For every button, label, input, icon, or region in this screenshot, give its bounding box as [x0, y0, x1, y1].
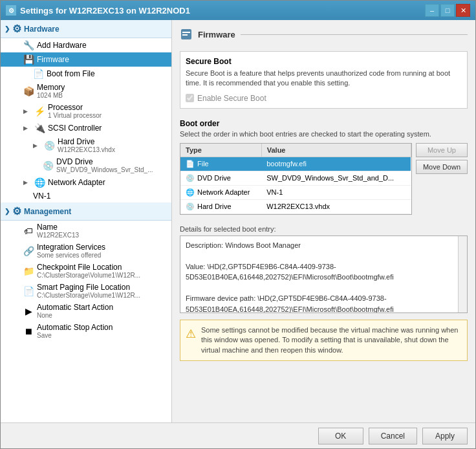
firmware-title-line — [241, 34, 468, 35]
boot-hdd-icon-row: 💿 Hard Drive — [186, 203, 256, 211]
window-icon: ⚙ — [6, 5, 16, 16]
processor-sub: 1 Virtual processor — [48, 112, 102, 119]
sidebar-item-auto-stop[interactable]: ⏹ Automatic Stop Action Save — [1, 321, 171, 341]
checkpoint-icon: 📁 — [23, 266, 34, 276]
processor-expand-icon: ▶ — [23, 108, 31, 115]
network-icon: 🌐 — [34, 177, 45, 188]
details-line-4: 5D53E01B40EA,616448,202752)\EFI\Microsof… — [186, 272, 462, 283]
move-up-button[interactable]: Move Up — [416, 143, 468, 157]
network-label: Network Adapter — [48, 178, 105, 187]
hard-drive-expand-icon: ▶ — [33, 142, 41, 149]
boot-from-file-label: Boot from File — [47, 69, 95, 78]
scsi-icon: 🔌 — [34, 123, 45, 133]
dvd-drive-text: DVD Drive SW_DVD9_Windows_Svr_Std_... — [56, 157, 153, 173]
processor-text: Processor 1 Virtual processor — [48, 103, 102, 119]
auto-stop-sub: Save — [37, 332, 113, 339]
details-line-5 — [186, 283, 462, 294]
network-expand-icon: ▶ — [23, 179, 31, 186]
cancel-button[interactable]: Cancel — [369, 428, 417, 444]
smart-paging-icon: 📄 — [23, 286, 34, 296]
boot-order-section: Boot order Select the order in which boo… — [180, 119, 468, 215]
firmware-title-text: Firmware — [198, 30, 235, 39]
details-content: Description: Windows Boot Manager Value:… — [186, 240, 462, 313]
warning-icon: ⚠ — [186, 326, 196, 342]
management-chevron-icon: ❯ — [5, 208, 10, 215]
settings-window: ⚙ Settings for W12R2EXC13 on W12R2NOD1 –… — [0, 0, 476, 449]
sidebar-item-network-adapter[interactable]: ▶ 🌐 Network Adapter — [1, 175, 171, 190]
integration-sub: Some services offered — [37, 252, 105, 259]
details-line-7: 5D53E01B40EA,616448,202752)\EFI\Microsof… — [186, 304, 462, 313]
sidebar-item-integration-services[interactable]: 🔗 Integration Services Some services off… — [1, 241, 171, 261]
processor-icon: ⚡ — [34, 106, 45, 116]
sidebar-item-hard-drive[interactable]: ▶ 💿 Hard Drive W12R2EXC13.vhdx — [1, 135, 171, 155]
table-row[interactable]: 💿 Hard Drive W12R2EXC13.vhdx — [180, 199, 411, 214]
management-icon: ⚙ — [12, 205, 21, 217]
bottom-bar: OK Cancel Apply — [1, 422, 475, 448]
firmware-icon: 💾 — [23, 54, 34, 65]
ok-button[interactable]: OK — [318, 428, 363, 444]
file-icon: 📄 — [186, 160, 195, 168]
smart-paging-label: Smart Paging File Location — [37, 283, 140, 292]
sidebar-item-checkpoint[interactable]: 📁 Checkpoint File Location C:\ClusterSto… — [1, 261, 171, 281]
smart-paging-sub: C:\ClusterStorage\Volume1\W12R... — [37, 292, 140, 299]
auto-stop-text: Automatic Stop Action Save — [37, 323, 113, 339]
boot-file-icon-row: 📄 File — [186, 160, 256, 168]
sidebar-item-firmware[interactable]: 💾 Firmware — [1, 52, 171, 67]
details-line-3: Value: \HD(2,GPT5DF4E9B6-C84A-4409-9738- — [186, 261, 462, 272]
firmware-section-title: Firmware — [180, 28, 468, 41]
boot-col-type: Type — [180, 144, 261, 157]
sidebar-item-memory[interactable]: 📦 Memory 1024 MB — [1, 81, 171, 101]
sidebar-item-dvd-drive[interactable]: 💿 DVD Drive SW_DVD9_Windows_Svr_Std_... — [1, 155, 171, 175]
table-row[interactable]: 🌐 Network Adapter VN-1 — [180, 185, 411, 199]
auto-stop-label: Automatic Stop Action — [37, 323, 113, 332]
sidebar-item-auto-start[interactable]: ▶ Automatic Start Action None — [1, 301, 171, 321]
sidebar-item-boot-from-file[interactable]: 📄 Boot from File — [1, 67, 171, 81]
checkpoint-label: Checkpoint File Location — [37, 263, 140, 272]
hardware-chevron-icon: ❯ — [5, 25, 10, 32]
apply-button[interactable]: Apply — [422, 428, 468, 444]
boot-row-dvd-value: SW_DVD9_Windows_Svr_Std_and_D... — [261, 171, 411, 185]
secure-boot-desc: Secure Boot is a feature that helps prev… — [186, 69, 462, 89]
sidebar-item-smart-paging[interactable]: 📄 Smart Paging File Location C:\ClusterS… — [1, 281, 171, 301]
details-scrollbar[interactable] — [458, 236, 467, 312]
name-icon: 🏷 — [23, 226, 34, 236]
sidebar-item-vn1[interactable]: VN-1 — [1, 190, 171, 203]
auto-start-icon: ▶ — [23, 306, 34, 316]
integration-label: Integration Services — [37, 243, 105, 252]
boot-row-network-value: VN-1 — [261, 185, 411, 199]
sidebar-item-name[interactable]: 🏷 Name W12R2EXC13 — [1, 221, 171, 241]
right-panel: Firmware Secure Boot Secure Boot is a fe… — [172, 20, 475, 422]
management-label: Management — [24, 207, 71, 216]
details-box[interactable]: Description: Windows Boot Manager Value:… — [180, 235, 468, 313]
minimize-button[interactable]: – — [425, 4, 439, 17]
maximize-button[interactable]: □ — [440, 4, 455, 17]
close-button[interactable]: ✕ — [456, 4, 470, 17]
left-panel: ❯ ⚙ Hardware 🔧 Add Hardware 💾 Firmware 📄… — [1, 20, 172, 422]
table-row[interactable]: 💿 DVD Drive SW_DVD9_Windows_Svr_Std_and_… — [180, 171, 411, 185]
add-hardware-icon: 🔧 — [23, 40, 34, 50]
sidebar-item-add-hardware[interactable]: 🔧 Add Hardware — [1, 38, 171, 52]
hard-drive-text: Hard Drive W12R2EXC13.vhdx — [58, 137, 115, 153]
boot-network-icon-row: 🌐 Network Adapter — [186, 188, 256, 197]
table-row[interactable]: 📄 File bootmgfw.efi — [180, 157, 411, 171]
vn1-label: VN-1 — [33, 192, 50, 201]
hardware-section-header[interactable]: ❯ ⚙ Hardware — [1, 20, 171, 38]
secure-boot-group: Secure Boot Secure Boot is a feature tha… — [180, 51, 468, 109]
boot-order-buttons: Move Up Move Down — [416, 143, 468, 215]
enable-secure-boot-row: Enable Secure Boot — [186, 94, 462, 103]
svg-rect-2 — [182, 34, 188, 36]
title-bar-left: ⚙ Settings for W12R2EXC13 on W12R2NOD1 — [6, 5, 190, 16]
boot-table-wrapper: Type Value 📄 File — [180, 143, 412, 215]
integration-icon: 🔗 — [23, 246, 34, 256]
boot-table: Type Value 📄 File — [180, 144, 411, 214]
warning-text: Some settings cannot be modified because… — [201, 325, 462, 355]
sidebar-item-processor[interactable]: ▶ ⚡ Processor 1 Virtual processor — [1, 101, 171, 121]
move-down-button[interactable]: Move Down — [416, 160, 468, 174]
management-section-header[interactable]: ❯ ⚙ Management — [1, 203, 171, 221]
sidebar-item-scsi-controller[interactable]: ▶ 🔌 SCSI Controller — [1, 121, 171, 135]
smart-paging-text: Smart Paging File Location C:\ClusterSto… — [37, 283, 140, 299]
firmware-label: Firmware — [37, 55, 69, 64]
title-bar: ⚙ Settings for W12R2EXC13 on W12R2NOD1 –… — [1, 1, 475, 20]
boot-row-hdd-type: 💿 Hard Drive — [180, 199, 261, 214]
memory-sub: 1024 MB — [37, 92, 65, 99]
